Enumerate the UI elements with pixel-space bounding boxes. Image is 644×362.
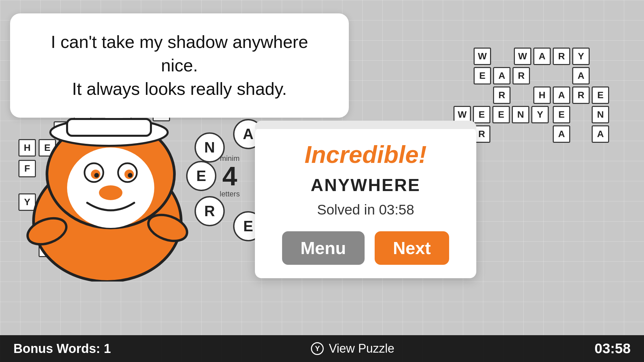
result-panel: Incredible! ANYWHERE Solved in 03:58 Men… [255,127,476,278]
menu-button[interactable]: Menu [282,231,365,265]
speech-bubble-text: I can't take my shadow anywhere nice. It… [34,30,325,101]
solved-word: ANYWHERE [272,175,460,195]
result-buttons: Menu Next [272,231,460,265]
incredible-text: Incredible! [272,141,460,168]
view-puzzle-button[interactable]: Y View Puzzle [311,342,394,356]
bottom-bar: Bonus Words: 1 Y View Puzzle 03:58 [0,335,644,362]
background-word-tiles: W W A R Y E A R A R H A R E W E E N Y E … [473,47,634,144]
circle-R: R [195,196,225,226]
solved-time: Solved in 03:58 [272,202,460,218]
minimum-box: minim 4 letters [220,154,240,198]
minimum-number: 4 [220,163,240,190]
speech-line-2: It always looks really shady. [72,79,287,99]
letters-label: letters [220,190,240,198]
speech-bubble: I can't take my shadow anywhere nice. It… [10,13,349,118]
svg-point-9 [99,185,122,200]
next-button[interactable]: Next [375,231,449,265]
bonus-words: Bonus Words: 1 [13,342,111,356]
timer: 03:58 [595,341,631,357]
mascot [20,114,195,282]
view-puzzle-label: View Puzzle [329,342,394,356]
y-button-icon: Y [311,342,324,355]
svg-point-7 [94,173,99,178]
speech-line-1: I can't take my shadow anywhere nice. [51,32,308,75]
svg-point-8 [128,173,132,178]
svg-rect-11 [67,119,151,136]
